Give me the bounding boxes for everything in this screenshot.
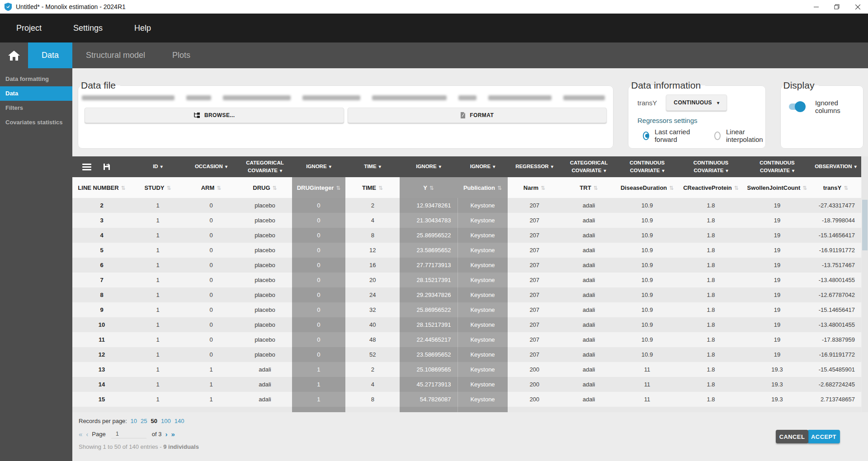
- mapping-dropdown-continuous-covariate[interactable]: CONTINUOUS COVARIATE ▾: [744, 156, 810, 177]
- column-header-drug[interactable]: DRUG⇅: [238, 177, 292, 198]
- mapping-dropdown-continuous-covariate[interactable]: CONTINUOUS COVARIATE ▾: [678, 156, 744, 177]
- sidebar-item-data-formatting[interactable]: Data formatting: [0, 72, 72, 86]
- menu-item-settings[interactable]: Settings: [73, 24, 103, 33]
- records-option-140[interactable]: 140: [175, 418, 184, 424]
- restore-button[interactable]: [826, 0, 847, 14]
- table-cell: 207: [508, 332, 561, 347]
- cancel-button[interactable]: CANCEL: [776, 430, 808, 443]
- app-logo-icon: [4, 3, 12, 11]
- table-body-viewport: 210placebo0212.93478261Keystone207adali1…: [72, 198, 861, 412]
- table-cell: placebo: [238, 317, 292, 332]
- records-option-50[interactable]: 50: [151, 418, 157, 424]
- accept-button[interactable]: ACCEPT: [807, 430, 840, 443]
- radio-button-icon[interactable]: [714, 132, 721, 140]
- column-header-line-number[interactable]: LINE NUMBER⇅: [72, 177, 131, 198]
- table-cell: -17.8387959: [810, 332, 861, 347]
- observation-type-value: CONTINUOUS: [674, 99, 712, 106]
- vertical-scrollbar[interactable]: [862, 156, 868, 412]
- column-header-publication[interactable]: Publication⇅: [458, 177, 508, 198]
- regressors-settings-label: Regressors settings: [637, 117, 765, 124]
- table-cell: 10.9: [617, 317, 678, 332]
- records-option-100[interactable]: 100: [161, 418, 171, 424]
- column-header-druginteger[interactable]: DRUGinteger⇅: [292, 177, 345, 198]
- home-tab[interactable]: [0, 42, 28, 68]
- table-cell: 2: [345, 198, 400, 213]
- caret-down-icon: ▾: [280, 168, 282, 173]
- menu-item-project[interactable]: Project: [16, 24, 42, 33]
- column-header-study[interactable]: STUDY⇅: [131, 177, 184, 198]
- column-header-swollenjointcount[interactable]: SwollenJointCount⇅: [744, 177, 810, 198]
- column-header-trt[interactable]: TRT⇅: [561, 177, 617, 198]
- column-header-diseaseduration[interactable]: DiseaseDuration⇅: [617, 177, 678, 198]
- close-button[interactable]: [847, 0, 868, 14]
- records-option-10[interactable]: 10: [131, 418, 137, 424]
- table-cell: 25.10869565: [400, 362, 458, 377]
- radio-last-carried-forward[interactable]: Last carried forward: [643, 128, 694, 143]
- page-input[interactable]: [111, 429, 146, 438]
- next-page-button[interactable]: ›: [165, 430, 167, 438]
- tab-data[interactable]: Data: [28, 42, 72, 68]
- column-header-narm[interactable]: Narm⇅: [508, 177, 561, 198]
- browse-button[interactable]: BROWSE...: [85, 108, 344, 123]
- column-header-creactiveprotein[interactable]: CReactiveProtein⇅: [678, 177, 744, 198]
- radio-button-icon[interactable]: [643, 132, 649, 140]
- format-button[interactable]: FORMAT: [348, 108, 607, 123]
- mapping-dropdown-categorical-covariate[interactable]: CATEGORICAL COVARIATE ▾: [561, 156, 617, 177]
- regressors-radio-group: Last carried forwardLinear interpolation: [643, 128, 765, 143]
- table-cell: -15.45485901: [810, 362, 861, 377]
- sidebar-item-covariates-statistics[interactable]: Covariates statistics: [0, 115, 72, 130]
- mapping-dropdown-time[interactable]: TIME ▾: [345, 156, 400, 177]
- sort-icon: ⇅: [734, 185, 739, 191]
- table-cell: 25.86956522: [400, 228, 458, 243]
- mapping-dropdown-continuous-covariate[interactable]: CONTINUOUS COVARIATE ▾: [617, 156, 678, 177]
- table-cell: 48: [345, 332, 400, 347]
- prev-page-button[interactable]: ‹: [86, 430, 88, 438]
- redacted-path-segment: [82, 95, 175, 100]
- home-icon: [8, 50, 20, 61]
- table-cell: 1: [131, 258, 184, 273]
- tab-plots[interactable]: Plots: [159, 42, 204, 68]
- table-cell: 16: [345, 258, 400, 273]
- table-cell: 28.15217391: [400, 317, 458, 332]
- table-cell: 2: [345, 362, 400, 377]
- table-cell: 16: [72, 407, 131, 412]
- table-cell: 24: [345, 287, 400, 302]
- menu-item-help[interactable]: Help: [134, 24, 151, 33]
- restore-icon: [834, 4, 840, 9]
- close-icon: [855, 5, 860, 9]
- mapping-dropdown-ignore[interactable]: IGNORE ▾: [292, 156, 345, 177]
- main-content: Data file BROWSE...: [72, 68, 868, 461]
- radio-linear-interpolation[interactable]: Linear interpolation: [714, 128, 765, 143]
- table-cell: Keystone: [458, 347, 508, 362]
- column-header-transy[interactable]: transY⇅: [810, 177, 861, 198]
- observation-type-dropdown[interactable]: CONTINUOUS ▾: [666, 94, 727, 111]
- save-icon[interactable]: [103, 163, 110, 170]
- hamburger-menu-icon[interactable]: [82, 162, 91, 172]
- sidebar-item-data[interactable]: Data: [0, 86, 72, 101]
- records-option-25[interactable]: 25: [141, 418, 147, 424]
- scrollbar-thumb[interactable]: [862, 200, 868, 250]
- column-header-arm[interactable]: ARM⇅: [184, 177, 238, 198]
- table-cell: 0: [184, 243, 238, 258]
- table-cell: adali: [561, 302, 617, 317]
- mapping-dropdown-occasion[interactable]: OCCASION ▾: [184, 156, 238, 177]
- ignored-columns-toggle[interactable]: [789, 103, 804, 110]
- first-page-button[interactable]: «: [79, 430, 82, 438]
- mapping-dropdown-id[interactable]: ID ▾: [131, 156, 184, 177]
- mapping-dropdown-observation[interactable]: OBSERVATION ▾: [810, 156, 861, 177]
- mapping-dropdown-ignore[interactable]: IGNORE ▾: [458, 156, 508, 177]
- table-cell: 200: [508, 362, 561, 377]
- table-cell: 0: [184, 302, 238, 317]
- mapping-dropdown-regressor[interactable]: REGRESSOR ▾: [508, 156, 561, 177]
- last-page-button[interactable]: »: [171, 430, 175, 438]
- mapping-dropdown-categorical-covariate[interactable]: CATEGORICAL COVARIATE ▾: [238, 156, 292, 177]
- column-header-y[interactable]: Y⇅: [400, 177, 458, 198]
- mapping-dropdown-ignore[interactable]: IGNORE ▾: [400, 156, 458, 177]
- table-cell: 207: [508, 347, 561, 362]
- column-header-time[interactable]: TIME⇅: [345, 177, 400, 198]
- sidebar-item-filters[interactable]: Filters: [0, 101, 72, 115]
- table-cell: 1.8: [678, 243, 744, 258]
- table-cell: 25.86956522: [400, 302, 458, 317]
- minimize-button[interactable]: [806, 0, 826, 14]
- tab-structural-model[interactable]: Structural model: [72, 42, 159, 68]
